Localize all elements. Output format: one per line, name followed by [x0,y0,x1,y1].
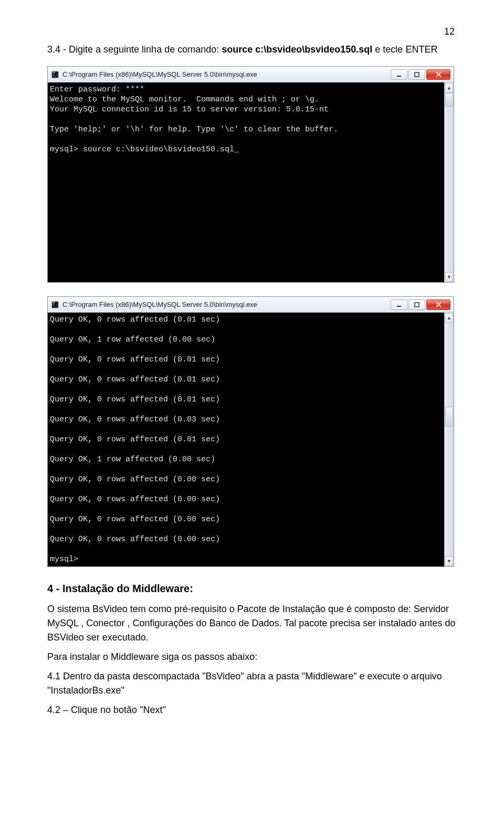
scroll-thumb[interactable] [445,407,453,427]
terminal-output[interactable]: Enter password: **** Welcome to the MySQ… [48,82,444,282]
svg-text:C:: C: [53,303,58,307]
titlebar[interactable]: C: C:\Program Files (x86)\MySQL\MySQL Se… [48,67,454,82]
scroll-track[interactable] [445,323,454,556]
window-controls [391,299,450,310]
section-4-p3: 4.1 Dentro da pasta descompactada "BsVid… [47,669,457,698]
window-controls [391,69,450,80]
close-button[interactable] [426,69,450,80]
section-4-title: 4 - Instalação do Middleware: [47,583,457,595]
terminal-output[interactable]: Query OK, 0 rows affected (0.01 sec) Que… [48,313,444,566]
section-4-p4: 4.2 – Clique no botão "Next" [47,703,457,717]
console-window-2: C: C:\Program Files (x86)\MySQL\MySQL Se… [47,296,454,567]
svg-rect-8 [397,306,401,307]
svg-rect-4 [415,73,419,77]
window-title: C:\Program Files (x86)\MySQL\MySQL Serve… [62,301,391,308]
text: 3.4 - Digite a seguinte linha de comando… [47,44,222,55]
scrollbar[interactable]: ▲ ▼ [444,82,454,282]
titlebar[interactable]: C: C:\Program Files (x86)\MySQL\MySQL Se… [48,297,454,313]
maximize-button[interactable] [408,299,425,310]
close-button[interactable] [426,299,450,310]
section-4-p2: Para instalar o Middleware siga os passo… [47,650,457,664]
scroll-track[interactable] [445,93,454,272]
svg-rect-3 [397,76,401,77]
maximize-button[interactable] [408,69,425,80]
paragraph-3-4: 3.4 - Digite a seguinte linha de comando… [47,43,457,57]
scroll-up-button[interactable]: ▲ [445,313,453,323]
svg-text:C:: C: [53,73,58,77]
app-icon: C: [51,70,59,79]
console-window-1: C: C:\Program Files (x86)\MySQL\MySQL Se… [47,66,454,283]
scrollbar[interactable]: ▲ ▼ [444,313,454,566]
command-text: source c:\bsvideo\bsvideo150.sql [222,44,372,55]
minimize-button[interactable] [391,69,407,80]
app-icon: C: [51,301,59,309]
section-4-p1: O sistema BsVideo tem como pré-requisito… [47,602,457,645]
scroll-down-button[interactable]: ▼ [445,556,453,566]
page-number: 12 [47,26,457,37]
svg-rect-9 [415,303,419,307]
window-title: C:\Program Files (x86)\MySQL\MySQL Serve… [62,70,391,78]
scroll-up-button[interactable]: ▲ [445,83,453,92]
text: e tecle ENTER [372,44,437,55]
scroll-thumb[interactable] [445,93,453,107]
scroll-down-button[interactable]: ▼ [445,272,453,282]
minimize-button[interactable] [391,299,407,310]
